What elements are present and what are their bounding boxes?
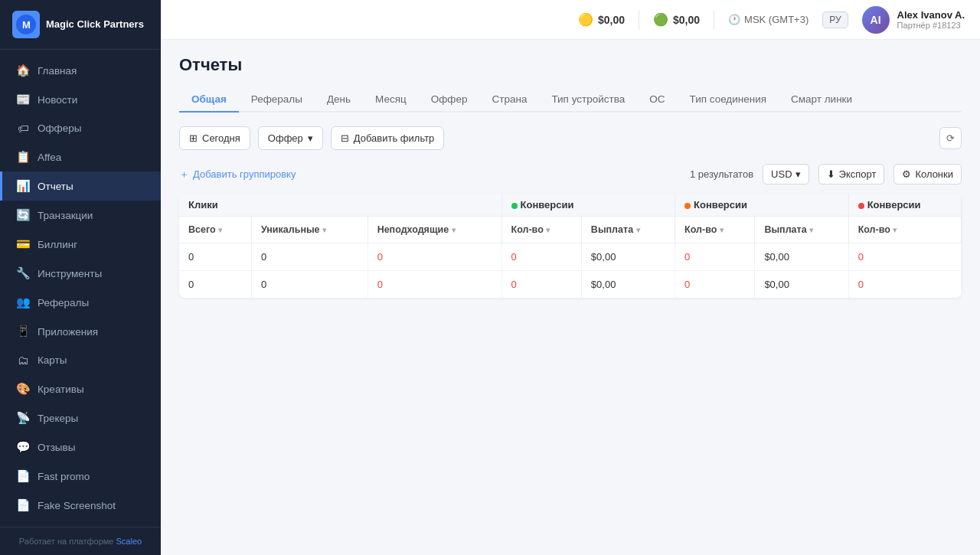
nav-label-fake-screenshot: Fake Screenshot xyxy=(38,500,116,511)
sort-arrow-2: ▾ xyxy=(452,226,456,234)
tab-страна[interactable]: Страна xyxy=(480,87,540,113)
nav-label-affea: Affea xyxy=(38,152,61,163)
sidebar-nav: 🏠Главная📰Новости🏷Офферы📋Affea📊Отчеты🔄Тра… xyxy=(0,50,161,527)
refresh-button[interactable]: ⟳ xyxy=(939,127,962,149)
logo-name: Magic Click Partners xyxy=(46,18,144,31)
columns-button[interactable]: ⚙ Колонки xyxy=(893,164,962,184)
toolbar: ⊞ Сегодня Оффер ▾ ⊟ Добавить фильтр ⟳ xyxy=(179,126,962,150)
download-icon: ⬇ xyxy=(827,168,835,180)
main-area: 🟡 $0,00 🟢 $0,00 🕐 MSK (GMT+3) РУ AI Alex… xyxy=(161,0,980,555)
date-button[interactable]: ⊞ Сегодня xyxy=(179,126,250,150)
sidebar-item-tools[interactable]: 🔧Инструменты xyxy=(0,259,161,288)
export-button[interactable]: ⬇ Экспорт xyxy=(818,164,885,184)
nav-label-cards: Карты xyxy=(38,354,67,366)
sidebar-item-creatives[interactable]: 🎨Креативы xyxy=(0,374,161,403)
sort-arrow-6: ▾ xyxy=(809,226,813,234)
cell-r1-c0: 0 xyxy=(179,271,252,299)
balance-2: 🟢 $0,00 xyxy=(653,12,700,27)
page-title: Отчеты xyxy=(179,55,962,75)
nav-icon-reviews: 💬 xyxy=(16,440,30,454)
sidebar-item-offers[interactable]: 🏷Офферы xyxy=(0,114,161,142)
sidebar-item-billing[interactable]: 💳Биллинг xyxy=(0,230,161,259)
col-header-Выплата-6: Выплата ▾ xyxy=(755,217,848,243)
tab-ос[interactable]: ОС xyxy=(637,87,677,113)
user-name: Alex Ivanov A. xyxy=(897,9,965,21)
sidebar-item-news[interactable]: 📰Новости xyxy=(0,85,161,114)
add-filter-button[interactable]: ⊟ Добавить фильтр xyxy=(331,126,445,150)
nav-icon-affea: 📋 xyxy=(16,150,30,164)
grid-icon: ⊞ xyxy=(189,132,198,144)
sort-arrow-1: ▾ xyxy=(322,226,326,234)
offer-button[interactable]: Оффер ▾ xyxy=(258,126,323,150)
sidebar-item-fast-promo[interactable]: 📄Fast promo xyxy=(0,462,161,491)
cell-r0-c2: 0 xyxy=(368,243,501,271)
table-row: 0000$0,000$0,000 xyxy=(179,243,962,271)
cell-r1-c3: 0 xyxy=(501,271,581,299)
sidebar-item-trackers[interactable]: 📡Трекеры xyxy=(0,403,161,433)
report-table: КликиКонверсииКонверсииКонверсииВсего ▾У… xyxy=(179,194,962,298)
tab-тип-устройства[interactable]: Тип устройства xyxy=(539,87,637,113)
user-sub: Партнёр #18123 xyxy=(897,21,965,30)
results-count: 1 результатов xyxy=(690,168,753,180)
cell-r1-c7: 0 xyxy=(848,271,961,299)
tab-рефералы[interactable]: Рефералы xyxy=(239,87,315,113)
cell-r1-c5: 0 xyxy=(675,271,755,299)
sort-arrow-4: ▾ xyxy=(636,226,640,234)
sort-arrow-0: ▾ xyxy=(218,226,222,234)
nav-label-trackers: Трекеры xyxy=(38,413,78,424)
columns-icon: ⚙ xyxy=(902,168,911,180)
nav-label-creatives: Креативы xyxy=(38,384,84,395)
cell-r0-c7: 0 xyxy=(848,243,961,271)
user-info[interactable]: AI Alex Ivanov A. Партнёр #18123 xyxy=(862,6,965,34)
cell-r1-c1: 0 xyxy=(252,271,368,299)
clock-icon: 🕐 xyxy=(728,14,740,25)
cell-r0-c0: 0 xyxy=(179,243,252,271)
col-header-Выплата-4: Выплата ▾ xyxy=(581,217,675,243)
table-row: 0000$0,000$0,000 xyxy=(179,271,962,299)
tab-месяц[interactable]: Месяц xyxy=(363,87,419,113)
cell-r1-c2: 0 xyxy=(368,271,501,299)
results-bar: ＋ Добавить группировку 1 результатов USD… xyxy=(179,164,962,184)
sidebar-item-referrals[interactable]: 👥Рефералы xyxy=(0,288,161,317)
nav-icon-trackers: 📡 xyxy=(16,411,30,425)
sidebar-item-affea[interactable]: 📋Affea xyxy=(0,142,161,171)
tabs-bar: ОбщаяРефералыДеньМесяцОфферСтранаТип уст… xyxy=(179,87,962,113)
language-selector[interactable]: РУ xyxy=(822,11,848,28)
col-header-Уникальные-1: Уникальные ▾ xyxy=(252,217,368,243)
toolbar-right: ⟳ xyxy=(933,127,962,149)
nav-icon-offers: 🏷 xyxy=(16,122,30,135)
nav-icon-news: 📰 xyxy=(16,93,30,106)
sidebar: M Magic Click Partners 🏠Главная📰Новости🏷… xyxy=(0,0,161,555)
sidebar-item-cards[interactable]: 🗂Карты xyxy=(0,346,161,374)
logo-icon: M xyxy=(12,11,40,38)
sidebar-item-fake-screenshot[interactable]: 📄Fake Screenshot xyxy=(0,491,161,520)
tab-тип-соединения[interactable]: Тип соединения xyxy=(677,87,779,113)
scaleo-link[interactable]: Scaleo xyxy=(116,537,142,546)
nav-icon-billing: 💳 xyxy=(16,237,30,251)
toolbar-left: ⊞ Сегодня Оффер ▾ ⊟ Добавить фильтр xyxy=(179,126,444,150)
tab-оффер[interactable]: Оффер xyxy=(419,87,480,113)
tab-день[interactable]: День xyxy=(315,87,363,113)
currency-button[interactable]: USD ▾ xyxy=(763,164,808,184)
tab-общая[interactable]: Общая xyxy=(179,87,239,113)
nav-icon-creatives: 🎨 xyxy=(16,382,30,396)
user-text: Alex Ivanov A. Партнёр #18123 xyxy=(897,9,965,30)
sidebar-item-reviews[interactable]: 💬Отзывы xyxy=(0,433,161,462)
nav-label-reports: Отчеты xyxy=(38,181,74,192)
nav-icon-cards: 🗂 xyxy=(16,354,30,367)
col-group-conv-red: Конверсии xyxy=(848,194,961,217)
col-header-Кол-во-7: Кол-во ▾ xyxy=(848,217,961,243)
sidebar-item-home[interactable]: 🏠Главная xyxy=(0,56,161,85)
sort-arrow-7: ▾ xyxy=(893,226,897,234)
nav-label-tools: Инструменты xyxy=(38,268,102,279)
sidebar-item-reports[interactable]: 📊Отчеты xyxy=(0,171,161,201)
add-group-button[interactable]: ＋ Добавить группировку xyxy=(179,168,296,181)
nav-label-transactions: Транзакции xyxy=(38,210,93,221)
sidebar-item-transactions[interactable]: 🔄Транзакции xyxy=(0,201,161,230)
tab-смарт-линки[interactable]: Смарт линки xyxy=(779,87,864,113)
col-header-Кол-во-5: Кол-во ▾ xyxy=(675,217,755,243)
nav-icon-tools: 🔧 xyxy=(16,266,30,280)
topbar: 🟡 $0,00 🟢 $0,00 🕐 MSK (GMT+3) РУ AI Alex… xyxy=(161,0,980,40)
sidebar-item-apps[interactable]: 📱Приложения xyxy=(0,317,161,346)
topbar-divider-1 xyxy=(639,11,639,29)
